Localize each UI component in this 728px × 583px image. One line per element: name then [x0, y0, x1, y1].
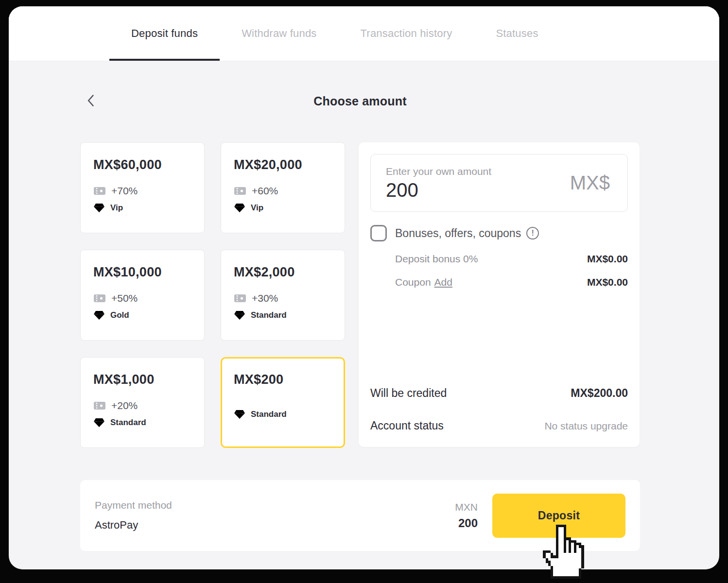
- tabs: Deposit funds Withdraw funds Transaction…: [109, 6, 719, 61]
- coupon-icon: [93, 186, 106, 196]
- coupon-row: CouponAdd MX$0.00: [370, 276, 628, 288]
- deposit-bonus-row: Deposit bonus 0% MX$0.00: [370, 253, 628, 265]
- account-status-label: Account status: [370, 419, 444, 432]
- coupon-label-wrap: CouponAdd: [395, 276, 452, 288]
- info-icon[interactable]: !: [526, 227, 539, 240]
- payment-method-label: Payment method: [95, 499, 172, 511]
- coupon-icon: [234, 186, 246, 196]
- bonuses-toggle-row: Bonuses, offers, coupons !: [370, 225, 628, 241]
- diamond-icon: [93, 418, 105, 428]
- amount-card-10000[interactable]: MX$10,000 +50% Gold: [80, 250, 205, 341]
- currency-suffix: MX$: [570, 172, 610, 194]
- card-bonus-label: +30%: [252, 292, 278, 304]
- payment-method-value: AstroPay: [95, 519, 172, 532]
- bonuses-label: Bonuses, offers, coupons: [395, 227, 521, 240]
- account-status-row: Account status No status upgrade: [370, 419, 628, 432]
- card-amount: MX$1,000: [93, 372, 194, 387]
- card-tier-label: Vip: [251, 203, 263, 213]
- card-bonus-row: +50%: [93, 292, 194, 304]
- tab-label: Withdraw funds: [242, 27, 316, 40]
- payment-method-block[interactable]: Payment method AstroPay: [95, 499, 172, 532]
- account-status-value: No status upgrade: [544, 420, 628, 432]
- tab-withdraw-funds[interactable]: Withdraw funds: [220, 6, 338, 61]
- page-title: Choose amount: [313, 94, 407, 108]
- card-tier-label: Vip: [110, 203, 123, 213]
- coupon-label: Coupon: [395, 276, 431, 288]
- card-bonus-row: +70%: [93, 185, 194, 197]
- card-tier-row: Standard: [93, 418, 194, 428]
- deposit-bonus-label: Deposit bonus 0%: [395, 253, 478, 265]
- tab-label: Deposit funds: [131, 27, 198, 40]
- chevron-left-icon: [87, 94, 94, 108]
- coupon-value: MX$0.00: [587, 276, 628, 288]
- diamond-icon: [234, 410, 245, 419]
- card-bonus-label: +50%: [111, 292, 138, 304]
- card-amount: MX$2,000: [234, 265, 335, 280]
- card-bonus-label: +70%: [111, 185, 138, 197]
- payment-bar: Payment method AstroPay MXN 200 Deposit: [80, 480, 640, 551]
- own-amount-value[interactable]: 200: [386, 179, 491, 201]
- tab-deposit-funds[interactable]: Deposit funds: [109, 6, 220, 61]
- card-tier-row: Gold: [93, 310, 194, 320]
- own-amount-label: Enter your own amount: [386, 166, 491, 177]
- amount-card-20000[interactable]: MX$20,000 +60% Vip: [221, 142, 345, 233]
- deposit-window: Deposit funds Withdraw funds Transaction…: [9, 6, 719, 569]
- amount-cards-grid: MX$60,000 +70% Vip MX$20,000 +60%: [80, 142, 345, 448]
- deposit-bonus-value: MX$0.00: [587, 253, 628, 265]
- card-tier-label: Standard: [110, 418, 146, 428]
- panel-spacer: [370, 288, 628, 387]
- card-tier-row: Standard: [234, 310, 335, 320]
- tabs-bar: Deposit funds Withdraw funds Transaction…: [9, 6, 719, 61]
- amount-card-1000[interactable]: MX$1,000 +20% Standard: [80, 357, 205, 448]
- amount-summary-panel: Enter your own amount 200 MX$ Bonuses, o…: [359, 142, 640, 447]
- credited-row: Will be credited MX$200.00: [370, 387, 628, 400]
- card-tier-row: Vip: [234, 203, 335, 213]
- coupon-add-link[interactable]: Add: [434, 276, 452, 288]
- credited-label: Will be credited: [370, 387, 447, 400]
- card-amount: MX$200: [234, 372, 335, 387]
- payment-amount-block: MXN 200: [455, 501, 478, 530]
- card-tier-label: Standard: [251, 310, 287, 320]
- choose-amount-section: MX$60,000 +70% Vip MX$20,000 +60%: [80, 142, 640, 448]
- diamond-icon: [93, 310, 105, 320]
- diamond-icon: [93, 203, 105, 213]
- diamond-icon: [234, 310, 245, 320]
- coupon-icon: [93, 401, 106, 411]
- tab-label: Statuses: [496, 27, 538, 40]
- card-bonus-row: +60%: [234, 185, 335, 197]
- card-tier-row: Vip: [93, 203, 194, 213]
- tab-label: Transaction history: [361, 27, 452, 40]
- amount-card-2000[interactable]: MX$2,000 +30% Standard: [221, 250, 345, 341]
- card-amount: MX$60,000: [93, 157, 194, 172]
- coupon-icon: [234, 293, 246, 303]
- coupon-icon: [93, 293, 106, 303]
- main-content: Choose amount MX$60,000 +70% Vip MX$20: [80, 93, 640, 551]
- card-tier-label: Standard: [251, 410, 287, 419]
- payment-currency-code: MXN: [455, 501, 478, 513]
- card-bonus-label: +20%: [111, 400, 138, 412]
- card-bonus-row: +20%: [93, 400, 194, 412]
- amount-card-60000[interactable]: MX$60,000 +70% Vip: [80, 142, 205, 233]
- amount-card-200-selected[interactable]: MX$200 Standard: [221, 357, 345, 448]
- card-amount: MX$20,000: [234, 157, 335, 172]
- deposit-button[interactable]: Deposit: [492, 494, 625, 538]
- card-bonus-row: +30%: [234, 292, 335, 304]
- card-tier-row: Standard: [234, 410, 335, 419]
- tab-statuses[interactable]: Statuses: [474, 6, 560, 61]
- diamond-icon: [234, 203, 245, 213]
- payment-amount-value: 200: [455, 516, 478, 530]
- tab-transaction-history[interactable]: Transaction history: [339, 6, 474, 61]
- title-row: Choose amount: [80, 93, 640, 109]
- credited-value: MX$200.00: [571, 387, 628, 400]
- card-tier-label: Gold: [110, 310, 129, 320]
- card-amount: MX$10,000: [93, 265, 194, 280]
- own-amount-field[interactable]: Enter your own amount 200 MX$: [370, 154, 628, 212]
- bonuses-checkbox[interactable]: [370, 225, 387, 241]
- back-button[interactable]: [87, 94, 94, 108]
- card-bonus-label: +60%: [252, 185, 278, 197]
